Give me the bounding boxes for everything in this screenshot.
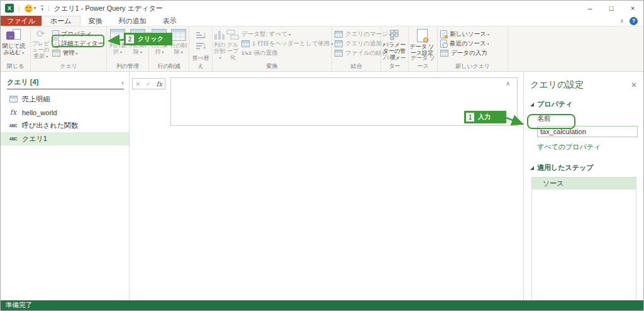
cancel-formula-icon[interactable]: ✕	[135, 81, 140, 88]
query-list-item[interactable]: ABC 呼び出された関数	[1, 119, 129, 132]
commit-formula-icon[interactable]: ✓	[146, 81, 151, 88]
split-column-icon	[213, 29, 226, 40]
ribbon-group-new-query: 新しいソース 最近のソース データの入力 新しいクエリ	[438, 26, 508, 71]
properties-button[interactable]: プロパティ	[50, 30, 106, 39]
recent-sources-button[interactable]: 最近のソース	[438, 39, 491, 48]
power-query-editor-window: X | ▾ ▾ | クエリ1 - Power Query エディター – □ ×…	[0, 0, 644, 311]
qat-customize-icon[interactable]: ▾	[41, 6, 43, 11]
chevron-down-icon[interactable]: ▾	[34, 6, 36, 11]
query-settings-panel: クエリの設定 ✕ プロパティ 名前 すべてのプロパティ 適用したステップ ソース	[523, 72, 643, 302]
advanced-editor-button[interactable]: 詳細エディター	[50, 39, 106, 48]
new-source-button[interactable]: 新しいソース	[438, 30, 491, 39]
enter-data-button[interactable]: データの入力	[438, 48, 491, 58]
combine-files-icon	[335, 50, 343, 57]
new-source-icon	[440, 30, 447, 38]
data-type-button[interactable]: データ型: すべて	[240, 30, 335, 39]
status-text: 準備完了	[6, 301, 32, 310]
close-button[interactable]: ×	[622, 1, 643, 16]
help-icon[interactable]: ?	[630, 17, 638, 25]
formula-buttons: ✕ ✓ fx	[132, 78, 165, 89]
tab-add-column[interactable]: 列の追加	[111, 16, 155, 26]
collapse-ribbon-icon[interactable]: ∧	[619, 18, 624, 24]
ribbon-group-datasource: ⚙ データ ソース設定 データ ソース	[409, 26, 438, 71]
new-query-stack: 新しいソース 最近のソース データの入力	[438, 28, 491, 64]
choose-columns-icon	[110, 29, 125, 41]
abc-icon: ABC	[9, 137, 18, 141]
properties-section-header[interactable]: プロパティ	[530, 99, 637, 109]
group-by-icon	[226, 29, 240, 40]
name-label: 名前	[537, 114, 637, 123]
manage-icon	[52, 50, 60, 57]
query-list-item[interactable]: fx hello_world	[1, 106, 129, 119]
applied-steps-section-header[interactable]: 適用したステップ	[530, 163, 637, 172]
collapse-triangle-icon	[530, 103, 534, 106]
applied-steps-list: ソース	[531, 177, 636, 308]
queries-pane-header: クエリ [4] ‹	[7, 77, 124, 89]
annotation-step-number: 2	[126, 35, 134, 43]
close-and-load-icon: →	[6, 29, 21, 42]
minimize-button[interactable]: –	[579, 1, 601, 16]
feedback-smiley-icon[interactable]	[25, 4, 33, 13]
queries-header-label: クエリ [4]	[7, 77, 38, 87]
function-icon: fx	[9, 108, 18, 116]
annotation-step-number: 1	[466, 113, 474, 122]
close-panel-icon[interactable]: ✕	[631, 81, 637, 89]
collapse-formula-icon[interactable]: ∧	[506, 80, 510, 87]
excel-logo-icon: X	[5, 4, 14, 13]
refresh-preview-button[interactable]: ⟳ プレビューの更新	[31, 28, 50, 64]
divider: |	[18, 4, 20, 12]
merge-queries-icon	[335, 31, 343, 38]
query-group-stack: プロパティ 詳細エディター 管理	[50, 28, 106, 64]
query-name-input[interactable]	[537, 126, 638, 137]
close-and-load-button[interactable]: → 閉じて読み込む	[1, 28, 26, 64]
divider: |	[48, 4, 50, 12]
recent-sources-icon	[440, 40, 447, 48]
sort-descending-icon[interactable]	[196, 42, 206, 50]
tab-row-right: ∧ ?	[619, 16, 643, 26]
replace-values-icon: 1↳2	[242, 50, 252, 56]
sort-ascending-icon[interactable]	[196, 31, 206, 40]
remove-rows-icon	[171, 29, 186, 41]
query-list: 売上明細 fx hello_world ABC 呼び出された関数 ABC クエリ…	[1, 93, 129, 145]
ribbon-group-combine: クエリのマージ クエリの追加 ファイルの結合 結合	[332, 26, 381, 71]
replace-values-button[interactable]: 1↳2 値の置換	[240, 48, 335, 58]
query-list-item-selected[interactable]: ABC クエリ1	[1, 132, 129, 145]
annotation-callout-click: 2 クリック	[124, 33, 172, 45]
split-column-button[interactable]: 列の分割	[213, 28, 226, 64]
enter-data-icon	[440, 50, 448, 57]
step-item-source[interactable]: ソース	[532, 178, 636, 189]
fx-icon[interactable]: fx	[156, 81, 162, 88]
use-first-row-icon	[242, 40, 250, 47]
ribbon-tab-row: ファイル ホーム 変換 列の追加 表示 ∧ ?	[1, 16, 643, 26]
ribbon-group-query: ⟳ プレビューの更新 プロパティ 詳細エディター 管理 クエリ	[31, 26, 107, 71]
use-first-row-button[interactable]: 1 行目をヘッダーとして使用	[240, 39, 335, 48]
manage-button[interactable]: 管理	[50, 48, 106, 58]
transform-stack: データ型: すべて 1 行目をヘッダーとして使用 1↳2 値の置換	[240, 28, 335, 64]
group-by-button[interactable]: グループ化	[226, 28, 240, 64]
ribbon-group-transform: 列の分割 グループ化 データ型: すべて 1 行目をヘッダーとして使用 1↳	[213, 26, 332, 71]
ribbon-group-sort: 並べ替え	[189, 26, 213, 71]
tab-transform[interactable]: 変換	[80, 16, 111, 26]
append-queries-icon	[335, 40, 343, 47]
datasource-settings-icon: ⚙	[417, 29, 428, 42]
ribbon: → 閉じて読み込む 閉じる ⟳ プレビューの更新 プロパティ 詳細エディター	[1, 26, 643, 72]
collapse-pane-icon[interactable]: ‹	[121, 79, 124, 86]
properties-icon	[52, 30, 59, 38]
table-icon	[9, 96, 18, 103]
tab-view[interactable]: 表示	[155, 16, 185, 26]
window-title: クエリ1 - Power Query エディター	[54, 4, 163, 13]
ribbon-group-parameters: パラメーターの管理 パラメーター	[381, 26, 409, 71]
collapse-triangle-icon	[530, 166, 534, 170]
window-controls: – □ ×	[579, 1, 643, 16]
tab-home[interactable]: ホーム	[42, 16, 80, 26]
title-bar: X | ▾ ▾ | クエリ1 - Power Query エディター – □ ×	[1, 1, 643, 16]
maximize-button[interactable]: □	[601, 1, 622, 16]
preview-area: ✕ ✓ fx ∧	[130, 72, 523, 302]
tab-file[interactable]: ファイル	[1, 16, 42, 26]
status-bar: 準備完了	[1, 300, 644, 310]
queries-pane: クエリ [4] ‹ 売上明細 fx hello_world ABC 呼び出された…	[1, 72, 130, 302]
advanced-editor-icon	[52, 40, 59, 48]
refresh-icon: ⟳	[36, 29, 45, 39]
query-list-item[interactable]: 売上明細	[1, 93, 129, 106]
all-properties-link[interactable]: すべてのプロパティ	[537, 142, 601, 152]
